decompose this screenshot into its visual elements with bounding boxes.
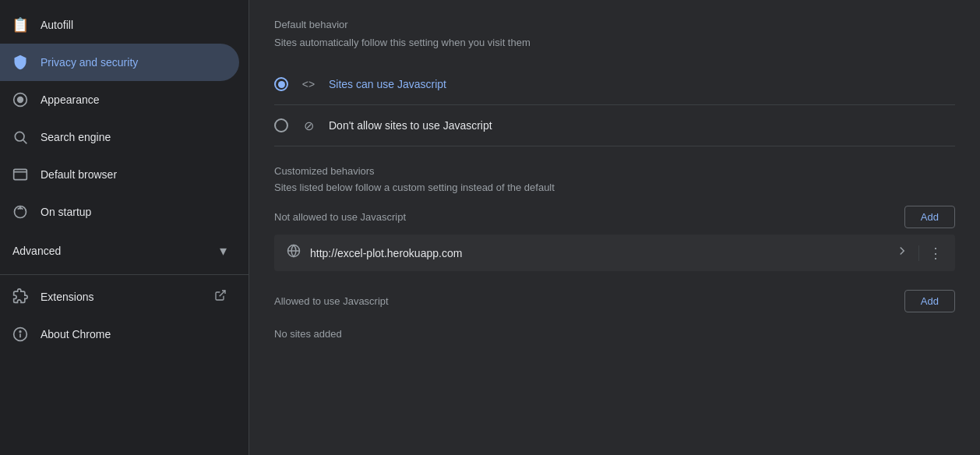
sidebar-item-about[interactable]: About Chrome xyxy=(0,316,239,353)
extensions-icon xyxy=(12,288,28,306)
not-allowed-label: Not allowed to use Javascript xyxy=(274,211,406,223)
radio-deny-js[interactable] xyxy=(274,118,288,132)
sidebar-divider xyxy=(0,274,249,275)
main-content: Default behavior Sites automatically fol… xyxy=(249,0,980,455)
sidebar-item-search[interactable]: Search engine xyxy=(0,118,239,156)
no-js-icon: ⊘ xyxy=(301,118,316,133)
site-row: http://excel-plot.herokuapp.com ⋮ xyxy=(274,235,955,271)
no-sites-text: No sites added xyxy=(274,319,955,349)
chevron-right-icon[interactable] xyxy=(895,244,909,262)
sidebar-label-startup: On startup xyxy=(41,206,227,218)
sidebar-item-appearance[interactable]: Appearance xyxy=(0,81,239,118)
search-icon xyxy=(12,129,28,145)
sidebar-label-autofill: Autofill xyxy=(41,19,227,31)
appearance-icon xyxy=(12,92,28,108)
sidebar-label-privacy: Privacy and security xyxy=(41,56,227,69)
sidebar-item-autofill[interactable]: 📋 Autofill xyxy=(0,6,239,44)
startup-icon xyxy=(12,204,28,220)
option-deny-js[interactable]: ⊘ Don't allow sites to use Javascript xyxy=(274,105,955,146)
site-url: http://excel-plot.herokuapp.com xyxy=(310,247,886,259)
sidebar-label-about: About Chrome xyxy=(41,328,227,340)
privacy-icon xyxy=(12,55,28,70)
sidebar-advanced-label: Advanced xyxy=(12,245,207,257)
sidebar: 📋 Autofill Privacy and security Appearan… xyxy=(0,0,249,455)
sidebar-item-privacy[interactable]: Privacy and security xyxy=(0,44,239,81)
sidebar-item-default-browser[interactable]: Default browser xyxy=(0,156,239,193)
globe-icon xyxy=(287,244,301,262)
sidebar-label-default-browser: Default browser xyxy=(41,168,227,181)
more-options-icon[interactable]: ⋮ xyxy=(929,245,943,262)
sidebar-label-extensions: Extensions xyxy=(41,291,202,303)
option-allow-js[interactable]: <> Sites can use Javascript xyxy=(274,64,955,105)
svg-rect-4 xyxy=(14,169,27,179)
customized-subtitle: Sites listed below follow a custom setti… xyxy=(274,182,955,193)
not-allowed-header: Not allowed to use Javascript Add xyxy=(274,206,955,228)
sidebar-label-appearance: Appearance xyxy=(41,93,227,106)
allowed-header: Allowed to use Javascript Add xyxy=(274,290,955,312)
allowed-subsection: Allowed to use Javascript Add No sites a… xyxy=(274,290,955,349)
default-behavior-subtitle: Sites automatically follow this setting … xyxy=(274,37,955,48)
customized-section: Customized behaviors Sites listed below … xyxy=(274,165,955,349)
sidebar-advanced-header[interactable]: Advanced ▾ xyxy=(0,231,239,271)
chevron-down-icon: ▾ xyxy=(220,242,227,259)
sidebar-item-extensions[interactable]: Extensions xyxy=(0,278,239,316)
radio-allow-js[interactable] xyxy=(274,77,288,91)
svg-line-3 xyxy=(23,140,27,144)
external-link-icon xyxy=(214,289,227,305)
row-divider xyxy=(918,245,919,261)
default-behavior-title: Default behavior xyxy=(274,19,955,30)
sidebar-label-search: Search engine xyxy=(41,131,227,143)
default-browser-icon xyxy=(12,167,28,182)
not-allowed-subsection: Not allowed to use Javascript Add http:/… xyxy=(274,206,955,271)
code-icon: <> xyxy=(301,76,316,92)
about-icon xyxy=(12,326,28,342)
svg-line-8 xyxy=(220,291,225,296)
sidebar-item-on-startup[interactable]: On startup xyxy=(0,193,239,231)
svg-point-1 xyxy=(17,97,23,103)
option-deny-js-label: Don't allow sites to use Javascript xyxy=(329,119,492,132)
add-not-allowed-button[interactable]: Add xyxy=(904,206,955,228)
svg-point-2 xyxy=(15,132,24,141)
autofill-icon: 📋 xyxy=(12,17,28,33)
option-allow-js-label: Sites can use Javascript xyxy=(329,78,446,90)
svg-point-10 xyxy=(19,331,21,333)
add-allowed-button[interactable]: Add xyxy=(904,290,955,312)
customized-title: Customized behaviors xyxy=(274,165,955,177)
allowed-label: Allowed to use Javascript xyxy=(274,295,389,307)
